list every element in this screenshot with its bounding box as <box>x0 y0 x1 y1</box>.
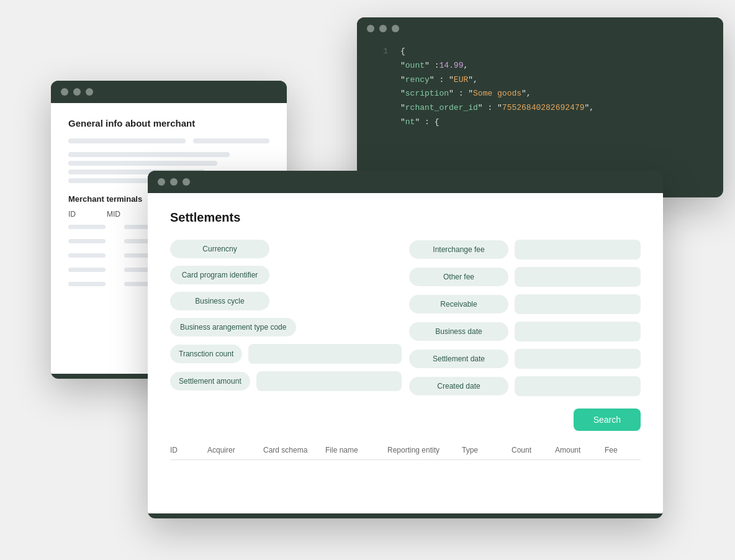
settlements-body: Settlements Currencny Card program ident… <box>148 193 663 513</box>
line-number <box>369 60 388 73</box>
dot-2 <box>379 25 387 32</box>
filter-input-interchange-fee[interactable] <box>515 240 641 260</box>
filter-other-fee: Other fee <box>409 267 641 287</box>
skeleton-row-1 <box>68 138 269 148</box>
code-line-1: 1 { <box>357 45 723 59</box>
col-header-fee: Fee <box>605 446 636 454</box>
code-line-4: "scription" : "Some goods", <box>357 87 723 101</box>
search-button-wrapper: Search <box>170 409 641 431</box>
filter-left: Currencny Card program identifier Busine… <box>170 240 402 396</box>
code-editor-titlebar <box>357 17 723 40</box>
results-header: ID Acquirer Card schema File name Report… <box>170 446 641 460</box>
filter-label-settlement-date: Settlement date <box>409 350 508 368</box>
dot-1 <box>61 88 68 96</box>
col-header-acquirer: Acquirer <box>207 446 263 454</box>
dot-1 <box>158 178 165 186</box>
col-header-reporting-entity: Reporting entity <box>387 446 462 454</box>
col-header-type: Type <box>462 446 512 454</box>
filter-label-receivable: Receivable <box>409 295 508 314</box>
dot-2 <box>73 88 81 96</box>
code-content: 1 { "ount" : 14.99, "rency" : "EUR", "sc… <box>357 40 723 135</box>
id-col <box>68 225 106 291</box>
skeleton <box>68 225 106 229</box>
code-line-5: "rchant_order_id" : "75526840282692479", <box>357 101 723 115</box>
filter-input-settlement-amount[interactable] <box>256 371 402 391</box>
skeleton <box>68 268 106 272</box>
skeleton <box>68 161 217 166</box>
filter-label-business-date: Business date <box>409 322 508 341</box>
skeleton <box>68 253 106 258</box>
filter-settlement-date: Settlement date <box>409 349 641 369</box>
col-header-count: Count <box>512 446 555 454</box>
filter-card-program: Card program identifier <box>170 266 402 284</box>
filter-label-currency: Currencny <box>170 240 269 258</box>
settlements-window: Settlements Currencny Card program ident… <box>148 171 663 518</box>
filter-input-settlement-date[interactable] <box>515 349 641 369</box>
filter-input-receivable[interactable] <box>515 294 641 314</box>
dot-3 <box>86 88 93 96</box>
filter-input-business-date[interactable] <box>515 322 641 341</box>
filter-currency: Currencny <box>170 240 402 258</box>
dot-3 <box>392 25 399 32</box>
col-id: ID <box>68 210 76 219</box>
filter-business-cycle: Business cycle <box>170 292 402 310</box>
settlements-titlebar <box>148 171 663 193</box>
search-button[interactable]: Search <box>574 409 641 431</box>
merchant-title: General info about merchant <box>68 118 269 129</box>
line-number <box>369 88 388 101</box>
filter-right: Interchange fee Other fee Receivable Bus… <box>409 240 641 396</box>
skeleton <box>68 152 230 157</box>
filter-label-interchange-fee: Interchange fee <box>409 240 508 259</box>
filter-transaction-count: Transction count <box>170 344 402 364</box>
skeleton <box>193 138 269 143</box>
col-header-amount: Amount <box>555 446 605 454</box>
filter-grid: Currencny Card program identifier Busine… <box>170 240 641 396</box>
filter-label-business-cycle: Business cycle <box>170 292 269 310</box>
line-number <box>369 74 388 87</box>
filter-label-transaction-count: Transction count <box>170 345 242 363</box>
filter-receivable: Receivable <box>409 294 641 314</box>
filter-label-other-fee: Other fee <box>409 268 508 286</box>
code-line-6: "nt" : { <box>357 115 723 130</box>
filter-label-created-date: Created date <box>409 377 508 395</box>
col-header-id: ID <box>170 446 207 454</box>
filter-interchange-fee: Interchange fee <box>409 240 641 260</box>
filter-label-settlement-amount: Settlement amount <box>170 372 250 391</box>
skeleton <box>68 138 186 143</box>
col-header-card-schema: Card schema <box>263 446 325 454</box>
dot-2 <box>170 178 178 186</box>
filter-input-created-date[interactable] <box>515 376 641 396</box>
col-mid: MID <box>107 210 120 219</box>
skeleton <box>68 282 106 286</box>
filter-business-date: Business date <box>409 322 641 341</box>
merchant-titlebar <box>51 81 287 103</box>
line-number <box>369 102 388 115</box>
filter-business-arrangement: Business arangement type code <box>170 318 402 336</box>
code-line-3: "rency" : "EUR", <box>357 73 723 88</box>
skeleton <box>68 239 106 243</box>
code-line-2: "ount" : 14.99, <box>357 59 723 73</box>
dot-3 <box>183 178 190 186</box>
filter-input-transaction-count[interactable] <box>248 344 402 364</box>
line-number: 1 <box>369 45 388 58</box>
filter-settlement-amount: Settlement amount <box>170 371 402 391</box>
filter-label-card-program: Card program identifier <box>170 266 269 284</box>
filter-created-date: Created date <box>409 376 641 396</box>
results-table: ID Acquirer Card schema File name Report… <box>170 446 641 460</box>
line-number <box>369 116 388 129</box>
col-header-file-name: File name <box>325 446 387 454</box>
settlements-title: Settlements <box>170 210 641 225</box>
filter-input-other-fee[interactable] <box>515 267 641 287</box>
filter-label-business-arrangement: Business arangement type code <box>170 318 296 336</box>
dot-1 <box>367 25 374 32</box>
